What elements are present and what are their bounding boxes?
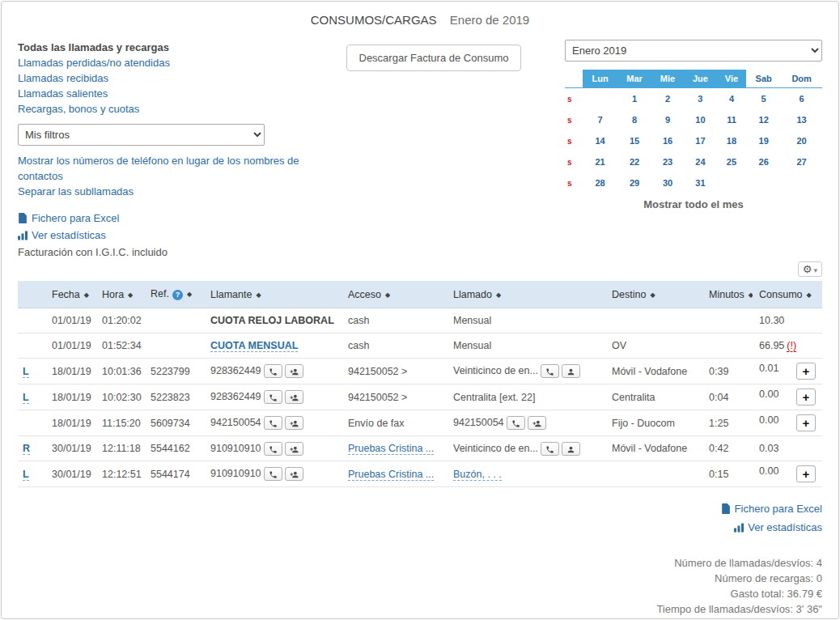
col-fecha[interactable]: Fecha◆	[45, 281, 95, 308]
calendar-day-cell[interactable]: 3	[684, 88, 717, 110]
calendar-day-cell[interactable]: 12	[746, 109, 781, 130]
calendar-day-link[interactable]: 19	[759, 136, 769, 146]
call-button[interactable]	[507, 416, 525, 430]
col-llamante[interactable]: Llamante◆	[204, 281, 342, 308]
calendar-day-cell[interactable]: 26	[746, 151, 781, 172]
calendar-day-cell[interactable]: 15	[617, 130, 651, 151]
calendar-day-cell[interactable]: 1	[617, 88, 651, 110]
calendar-day-link[interactable]: 28	[595, 178, 605, 188]
calendar-day-link[interactable]: 30	[663, 178, 672, 188]
calendar-day-cell[interactable]: 5	[746, 88, 781, 110]
excel-file-link-bottom[interactable]: Fichero para Excel	[18, 500, 822, 517]
ref-help-icon[interactable]: ?	[172, 290, 183, 300]
calendar-day-link[interactable]: 23	[663, 157, 672, 167]
calendar-day-cell[interactable]: 16	[651, 130, 684, 151]
calendar-day-link[interactable]: 8	[632, 115, 637, 125]
calendar-day-cell[interactable]: 4	[717, 88, 746, 110]
week-select-link[interactable]: s	[567, 95, 572, 104]
subcall-marker[interactable]: L	[23, 366, 29, 378]
calendar-day-cell[interactable]: 10	[684, 109, 717, 130]
call-button[interactable]	[264, 467, 282, 481]
calendar-day-link[interactable]: 11	[727, 115, 736, 125]
calendar-day-link[interactable]: 5	[762, 94, 766, 104]
call-button[interactable]	[541, 364, 559, 378]
expand-row-button[interactable]: +	[796, 414, 816, 431]
calendar-day-link[interactable]: 26	[759, 157, 769, 167]
calendar-day-cell[interactable]: 13	[781, 109, 822, 130]
col-hora[interactable]: Hora◆	[95, 281, 144, 308]
filter-all-calls[interactable]: Todas las llamadas y recargas	[18, 40, 303, 55]
add-contact-button[interactable]	[285, 364, 303, 378]
contact-link[interactable]: Pruebas Cristina ...	[348, 469, 434, 481]
calendar-day-link[interactable]: 9	[665, 115, 670, 125]
calendar-day-cell[interactable]: 17	[684, 130, 717, 151]
calendar-day-link[interactable]: 24	[695, 157, 705, 167]
col-destino[interactable]: Destino◆	[605, 281, 702, 308]
col-minutos[interactable]: Minutos◆	[702, 281, 753, 308]
table-settings-button[interactable]: ⚙▾	[798, 261, 822, 277]
show-full-month-link[interactable]: Mostrar todo el mes	[565, 198, 822, 210]
col-ref[interactable]: Ref.?◆	[144, 281, 204, 308]
calendar-day-cell[interactable]: 6	[781, 88, 822, 110]
subcall-marker[interactable]: R	[23, 443, 30, 455]
call-button[interactable]	[264, 364, 282, 378]
calendar-day-cell[interactable]: 20	[781, 130, 822, 151]
calendar-day-cell[interactable]: 27	[781, 151, 822, 172]
calendar-day-link[interactable]: 15	[630, 136, 639, 146]
col-consumo[interactable]: Consumo◆	[753, 281, 822, 308]
calendar-day-cell[interactable]: 22	[617, 151, 651, 172]
week-select-link[interactable]: s	[567, 116, 572, 125]
col-acceso[interactable]: Acceso◆	[342, 281, 447, 308]
calendar-day-link[interactable]: 10	[695, 115, 705, 125]
calendar-day-link[interactable]: 27	[796, 157, 806, 167]
calendar-day-link[interactable]: 16	[663, 136, 672, 146]
col-llamado[interactable]: Llamado◆	[447, 281, 605, 308]
calendar-day-link[interactable]: 31	[695, 178, 705, 188]
call-button[interactable]	[264, 390, 282, 404]
expand-row-button[interactable]: +	[796, 363, 816, 380]
subcall-marker[interactable]: L	[23, 469, 29, 481]
call-button[interactable]	[264, 442, 282, 456]
subcall-marker[interactable]: L	[23, 392, 29, 404]
filter-received-calls[interactable]: Llamadas recibidas	[18, 70, 303, 86]
contact-button[interactable]	[562, 442, 580, 456]
contact-button[interactable]	[562, 364, 580, 378]
excel-file-link[interactable]: Fichero para Excel	[18, 210, 303, 226]
calendar-day-cell[interactable]: 14	[583, 130, 617, 151]
calendar-day-link[interactable]: 6	[800, 94, 804, 104]
calendar-day-cell[interactable]: 28	[583, 172, 617, 193]
calendar-day-link[interactable]: 25	[727, 157, 736, 167]
expand-row-button[interactable]: +	[796, 465, 816, 482]
calendar-day-link[interactable]: 13	[796, 115, 806, 125]
week-select-link[interactable]: s	[567, 137, 572, 146]
my-filters-select[interactable]: Mis filtros	[18, 124, 265, 146]
add-contact-button[interactable]	[285, 390, 303, 404]
calendar-day-cell[interactable]: 8	[617, 109, 651, 130]
calendar-day-link[interactable]: 2	[665, 94, 670, 104]
add-contact-button[interactable]	[528, 416, 546, 430]
calendar-day-cell[interactable]: 23	[651, 151, 684, 172]
call-button[interactable]	[264, 416, 282, 430]
week-select-link[interactable]: s	[567, 179, 572, 188]
separate-subcalls-link[interactable]: Separar las subllamadas	[18, 184, 303, 199]
calendar-day-link[interactable]: 21	[595, 157, 605, 167]
filter-recharges[interactable]: Recargas, bonos y cuotas	[18, 101, 303, 117]
alert-link[interactable]: (!)	[787, 340, 796, 352]
calendar-day-link[interactable]: 29	[630, 178, 639, 188]
filter-missed-calls[interactable]: Llamadas perdidas/no atendidas	[18, 55, 303, 70]
calendar-day-link[interactable]: 17	[695, 136, 705, 146]
statistics-link[interactable]: Ver estadísticas	[18, 227, 303, 243]
call-button[interactable]	[541, 442, 559, 456]
filter-outgoing-calls[interactable]: Llamadas salientes	[18, 86, 303, 101]
calendar-day-link[interactable]: 12	[759, 115, 769, 125]
calendar-day-link[interactable]: 7	[597, 115, 602, 125]
voicemail-link[interactable]: Buzón, . . .	[453, 469, 502, 481]
calendar-day-cell[interactable]: 9	[651, 109, 684, 130]
calendar-day-cell[interactable]: 11	[717, 109, 746, 130]
download-invoice-button[interactable]: Descargar Factura de Consumo	[346, 45, 522, 71]
calendar-day-cell[interactable]: 21	[583, 151, 617, 172]
calendar-day-link[interactable]: 3	[698, 94, 702, 104]
calendar-day-link[interactable]: 14	[595, 136, 605, 146]
calendar-day-link[interactable]: 22	[630, 157, 639, 167]
calendar-day-cell[interactable]: 30	[651, 172, 684, 193]
